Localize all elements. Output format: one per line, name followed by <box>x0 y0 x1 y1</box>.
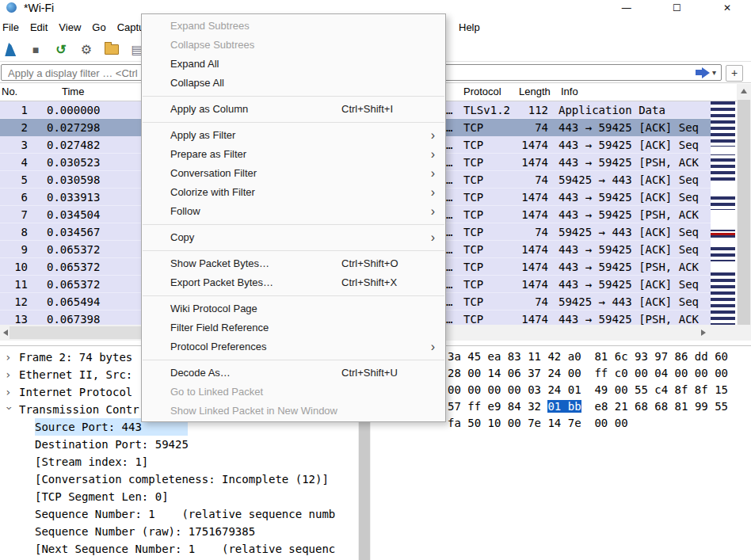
truncated-column-marker: … <box>446 310 452 325</box>
detail-text: Sequence Number: 1 (relative sequence nu… <box>35 505 335 523</box>
capture-options-icon[interactable]: ⚙ <box>78 41 95 59</box>
menu-separator <box>143 96 444 97</box>
menu-item-wiki-protocol-page[interactable]: Wiki Protocol Page <box>142 299 445 318</box>
window-controls: — ☐ ✕ <box>603 0 751 16</box>
truncated-column-marker: … <box>446 293 452 310</box>
minimap-red-marker <box>711 233 735 235</box>
hex-line-4[interactable]: fa 50 10 00 7e 14 7e 00 00 <box>448 415 737 432</box>
menu-item-collapse-all[interactable]: Collapse All <box>142 74 445 93</box>
detail-row-sequence-number-raw-1[interactable]: Sequence Number (raw): 1751679385 <box>0 523 358 540</box>
packet-protocol-cell: TCP <box>463 119 483 136</box>
window-title: *Wi-Fi <box>24 2 54 14</box>
expand-chevron-icon[interactable]: › <box>5 383 14 401</box>
menu-file[interactable]: File <box>0 17 25 38</box>
wireshark-window: *Wi-Fi — ☐ ✕ FileEditViewGoCapture Help … <box>0 0 751 560</box>
menu-item-colorize-with-filter[interactable]: Colorize with Filter› <box>142 183 445 202</box>
packet-number-cell: 9 <box>0 241 28 258</box>
menu-item-protocol-preferences[interactable]: Protocol Preferences› <box>142 337 445 356</box>
packet-protocol-cell: TCP <box>463 171 483 189</box>
packet-time-cell: 0.030523 <box>47 154 100 171</box>
truncated-column-marker: … <box>446 223 452 241</box>
detail-row-tcp-segment-len-0[interactable]: [TCP Segment Len: 0] <box>0 488 358 505</box>
menu-help[interactable]: Help <box>453 17 486 38</box>
menu-item-show-packet-bytes[interactable]: Show Packet Bytes…Ctrl+Shift+O <box>142 254 445 273</box>
menu-separator <box>143 250 444 251</box>
apply-filter-arrow-icon <box>696 70 702 75</box>
detail-text: [TCP Segment Len: 0] <box>35 488 169 505</box>
truncated-column-marker: … <box>446 241 452 258</box>
menu-separator <box>143 360 444 360</box>
column-header-info[interactable]: Info <box>561 83 578 101</box>
detail-row-conversation-completene[interactable]: [Conversation completeness: Incomplete (… <box>0 470 358 488</box>
menu-item-copy[interactable]: Copy› <box>142 228 445 247</box>
scroll-up-arrow-icon[interactable] <box>741 89 747 93</box>
column-header-protocol[interactable]: Protocol <box>463 83 501 101</box>
menu-go[interactable]: Go <box>86 17 111 38</box>
packet-length-cell: 74 <box>511 171 548 189</box>
column-header-no[interactable]: No. <box>2 83 17 101</box>
column-header-time[interactable]: Time <box>62 83 84 101</box>
scroll-right-arrow-icon[interactable] <box>701 330 706 336</box>
detail-row-destination-port-59425[interactable]: Destination Port: 59425 <box>0 436 358 453</box>
packet-protocol-cell: TCP <box>463 189 483 206</box>
collapse-chevron-icon[interactable]: › <box>1 405 18 414</box>
packet-list-vscrollbar[interactable] <box>737 84 751 341</box>
expand-chevron-icon[interactable]: › <box>5 366 14 383</box>
minimap-gap <box>711 238 735 244</box>
apply-filter-arrowhead-icon <box>702 67 710 78</box>
details-vscroll-thumb[interactable] <box>359 417 370 560</box>
detail-text: Internet Protocol <box>19 383 132 401</box>
menu-view[interactable]: View <box>53 17 86 38</box>
packet-length-cell: 1474 <box>511 310 548 325</box>
packet-info-cell: 443 → 59425 [PSH, ACK <box>558 206 699 223</box>
packet-length-cell: 1474 <box>511 206 548 223</box>
packet-time-cell: 0.034567 <box>47 223 100 241</box>
column-header-length[interactable]: Length <box>519 83 551 101</box>
truncated-column-marker: … <box>446 276 452 293</box>
submenu-arrow-icon: › <box>431 337 435 356</box>
hex-line-3[interactable]: 57 ff e9 84 32 01 bb e8 21 68 68 81 99 5… <box>448 398 737 415</box>
menu-separator <box>143 122 444 123</box>
menu-edit[interactable]: Edit <box>25 17 53 38</box>
scroll-left-arrow-icon[interactable] <box>3 330 8 336</box>
packet-protocol-cell: TCP <box>463 223 483 241</box>
packet-protocol-cell: TCP <box>463 276 483 293</box>
menu-item-conversation-filter[interactable]: Conversation Filter› <box>142 164 445 183</box>
wireshark-fin-icon[interactable] <box>2 41 19 59</box>
stop-capture-icon[interactable]: ■ <box>27 41 44 59</box>
truncated-column-marker: … <box>446 101 452 119</box>
menu-item-follow[interactable]: Follow› <box>142 202 445 221</box>
restart-capture-icon[interactable]: ↺ <box>52 41 70 59</box>
menu-item-export-packet-bytes[interactable]: Export Packet Bytes…Ctrl+Shift+X <box>142 273 445 292</box>
detail-row-sequence-number-1-r[interactable]: Sequence Number: 1 (relative sequence nu… <box>0 505 358 523</box>
minimize-button[interactable]: — <box>603 0 650 16</box>
hex-selected-bytes: 01 bb <box>547 400 581 413</box>
truncated-column-marker: … <box>446 119 452 136</box>
detail-text: Sequence Number (raw): 1751679385 <box>35 523 255 540</box>
maximize-button[interactable]: ☐ <box>653 0 700 16</box>
detail-text: Frame 2: 74 bytes <box>19 349 132 366</box>
hex-line-1[interactable]: 28 00 14 06 37 24 00 ff c0 00 04 00 00 0… <box>448 365 737 382</box>
add-filter-button[interactable]: + <box>726 65 743 82</box>
apply-filter-button[interactable]: ▾ <box>696 67 716 78</box>
menu-item-apply-as-filter[interactable]: Apply as Filter› <box>142 126 445 145</box>
filter-dropdown-caret-icon[interactable]: ▾ <box>712 68 716 77</box>
menu-item-filter-field-reference[interactable]: Filter Field Reference <box>142 318 445 337</box>
packet-time-cell: 0.065372 <box>47 241 100 258</box>
detail-row-next-sequence-number-1[interactable]: [Next Sequence Number: 1 (relative seque… <box>0 540 358 558</box>
hex-line-0[interactable]: 3a 45 ea 83 11 42 a0 81 6c 93 97 86 dd 6… <box>448 349 737 365</box>
hex-line-2[interactable]: 00 00 00 00 03 24 01 49 00 55 c4 8f 8f 1… <box>448 382 737 398</box>
vscroll-thumb[interactable] <box>738 100 750 325</box>
packet-number-cell: 11 <box>0 276 28 293</box>
menu-item-prepare-as-filter[interactable]: Prepare as Filter› <box>142 145 445 164</box>
close-button[interactable]: ✕ <box>703 0 751 16</box>
packet-time-cell: 0.067398 <box>47 310 100 325</box>
menu-item-decode-as[interactable]: Decode As…Ctrl+Shift+U <box>142 364 445 383</box>
packet-number-cell: 5 <box>0 171 28 189</box>
open-capture-file-icon[interactable] <box>103 41 120 59</box>
detail-row-stream-index-1[interactable]: [Stream index: 1] <box>0 453 358 470</box>
menu-item-expand-all[interactable]: Expand All <box>142 55 445 74</box>
expand-chevron-icon[interactable]: › <box>5 349 14 366</box>
packet-minimap[interactable] <box>711 101 735 325</box>
menu-item-apply-as-column[interactable]: Apply as ColumnCtrl+Shift+I <box>142 100 445 119</box>
